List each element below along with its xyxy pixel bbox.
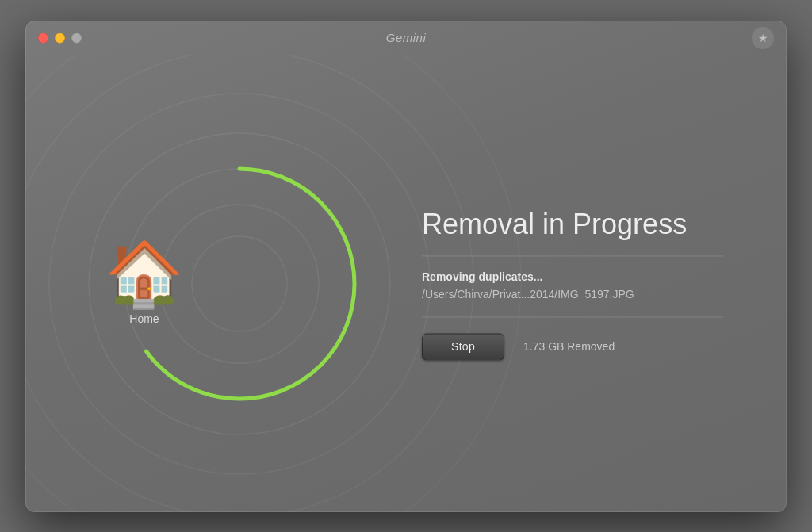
svg-point-5	[25, 55, 473, 512]
close-button[interactable]	[38, 33, 48, 43]
minimize-button[interactable]	[55, 33, 65, 43]
svg-point-0	[192, 236, 287, 331]
action-row: Stop 1.73 GB Removed	[422, 333, 723, 360]
right-panel: Removal in Progress Removing duplicates.…	[422, 207, 723, 360]
svg-point-1	[160, 205, 319, 363]
star-button[interactable]: ★	[752, 27, 774, 49]
status-label: Removing duplicates...	[422, 270, 723, 283]
stop-button[interactable]: Stop	[422, 333, 504, 360]
title-bar: Gemini ★	[25, 21, 787, 55]
divider-bottom	[422, 316, 723, 317]
home-icon-container: 🏠 Home	[105, 243, 184, 325]
file-path: /Users/Chirva/Privat...2014/IMG_5197.JPG	[422, 288, 723, 300]
home-icon: 🏠	[105, 243, 184, 306]
home-label: Home	[129, 312, 159, 325]
app-title: Gemini	[386, 31, 427, 44]
removed-size: 1.73 GB Removed	[523, 340, 615, 353]
app-window: Gemini ★	[25, 21, 787, 512]
main-content: 🏠 Home Removal in Progress Removing dupl…	[25, 55, 787, 512]
traffic-lights	[38, 33, 82, 43]
fullscreen-button[interactable]	[71, 33, 82, 43]
divider-top	[422, 255, 723, 256]
progress-title: Removal in Progress	[422, 207, 723, 241]
